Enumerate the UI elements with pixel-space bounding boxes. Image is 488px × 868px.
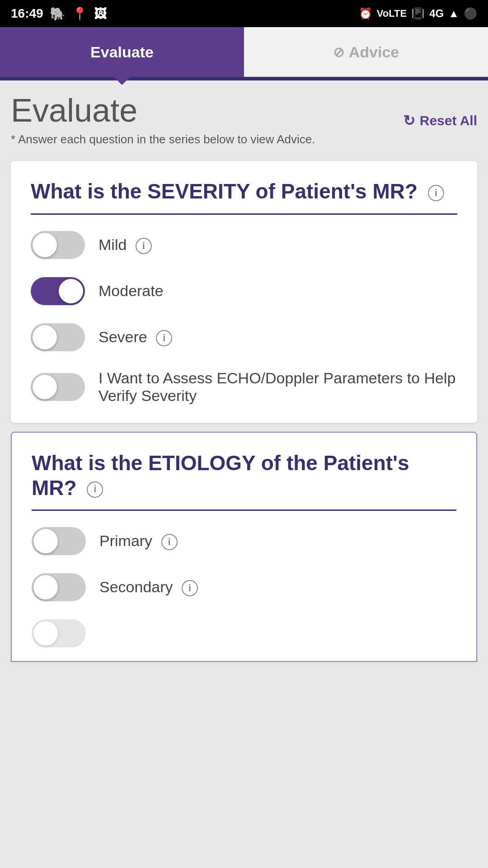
location-icon: 📍: [72, 6, 88, 21]
toggle-row-primary: Primary i: [32, 527, 456, 555]
toggle-secondary[interactable]: [32, 573, 86, 601]
status-time: 16:49: [11, 6, 43, 21]
toggle-severe-label: Severe i: [99, 328, 172, 346]
severity-question: What is the SEVERITY of Patient's MR? i: [31, 179, 457, 214]
tab-divider: [0, 77, 488, 80]
main-content: Evaluate * Answer each question in the s…: [0, 80, 488, 675]
evernote-icon: 🐘: [50, 6, 66, 21]
tab-evaluate-label: Evaluate: [90, 43, 154, 61]
page-subtitle: * Answer each question in the series bel…: [11, 131, 315, 147]
toggle-row-third: [32, 619, 456, 647]
reset-icon: ↻: [403, 112, 415, 129]
toggle-moderate[interactable]: [31, 277, 85, 305]
toggle-echo-knob: [33, 375, 57, 399]
toggle-severe-knob: [33, 325, 57, 349]
primary-info-icon[interactable]: i: [161, 534, 178, 550]
tab-evaluate[interactable]: Evaluate: [0, 27, 244, 77]
toggle-mild-label: Mild i: [99, 236, 152, 254]
page-title: Evaluate: [11, 94, 315, 127]
toggle-severe[interactable]: [31, 323, 85, 351]
page-header: Evaluate * Answer each question in the s…: [11, 94, 477, 147]
tab-advice-label: Advice: [349, 43, 399, 61]
page-header-left: Evaluate * Answer each question in the s…: [11, 94, 315, 147]
toggle-secondary-label: Secondary i: [99, 578, 198, 596]
toggle-moderate-label: Moderate: [99, 282, 164, 300]
etiology-info-icon[interactable]: i: [87, 481, 103, 498]
status-bar-right: ⏰ VoLTE 📳 4G ▲ ⚫: [359, 7, 477, 20]
mild-info-icon[interactable]: i: [136, 238, 152, 254]
toggle-secondary-knob: [33, 575, 58, 599]
toggle-row-echo: I Want to Assess ECHO/Doppler Parameters…: [31, 369, 457, 405]
toggle-third-knob: [33, 621, 58, 646]
toggle-moderate-knob: [59, 279, 83, 303]
toggle-echo-label: I Want to Assess ECHO/Doppler Parameters…: [99, 369, 457, 405]
toggle-row-secondary: Secondary i: [32, 573, 456, 601]
status-bar: 16:49 🐘 📍 🖼 ⏰ VoLTE 📳 4G ▲ ⚫: [0, 0, 488, 27]
toggle-mild-knob: [33, 233, 57, 257]
toggle-mild[interactable]: [31, 231, 85, 259]
toggle-primary[interactable]: [32, 527, 86, 555]
severity-info-icon[interactable]: i: [428, 185, 444, 201]
alarm-icon: ⏰: [359, 7, 372, 20]
toggle-row-mild: Mild i: [31, 231, 457, 259]
toggle-third[interactable]: [32, 619, 86, 647]
vibrate-icon: 📳: [411, 7, 425, 20]
signal-icon: 4G: [429, 7, 444, 20]
photo-icon: 🖼: [94, 6, 107, 21]
reset-label: Reset All: [420, 113, 477, 128]
network-icon: ▲: [448, 7, 459, 20]
tab-advice[interactable]: ⊘ Advice: [244, 27, 488, 77]
tab-bar: Evaluate ⊘ Advice: [0, 27, 488, 77]
battery-icon: ⚫: [464, 7, 477, 20]
toggle-primary-knob: [33, 529, 58, 553]
advice-disabled-icon: ⊘: [333, 44, 344, 60]
toggle-echo[interactable]: [31, 373, 85, 401]
status-bar-left: 16:49 🐘 📍 🖼: [11, 6, 107, 21]
toggle-primary-label: Primary i: [99, 532, 178, 550]
etiology-question: What is the ETIOLOGY of the Patient's MR…: [32, 451, 456, 511]
toggle-row-moderate: Moderate: [31, 277, 457, 305]
reset-all-button[interactable]: ↻ Reset All: [403, 112, 477, 129]
volte-icon: VoLTE: [377, 8, 407, 19]
severe-info-icon[interactable]: i: [156, 330, 172, 346]
etiology-card: What is the ETIOLOGY of the Patient's MR…: [11, 432, 477, 662]
toggle-row-severe: Severe i: [31, 323, 457, 351]
secondary-info-icon[interactable]: i: [182, 580, 198, 596]
severity-card: What is the SEVERITY of Patient's MR? i …: [11, 161, 477, 422]
